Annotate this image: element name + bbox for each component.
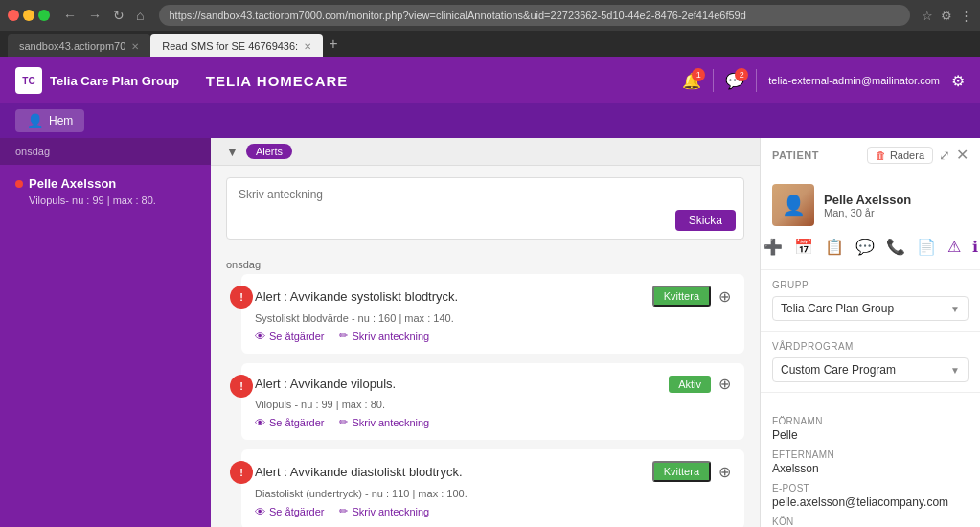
patient-profile: 👤 Pelle Axelsson Man, 30 år bbox=[772, 184, 969, 226]
maximize-window-btn[interactable] bbox=[38, 10, 50, 21]
efternamn-value: Axelsson bbox=[772, 462, 969, 475]
close-panel-btn[interactable]: ✕ bbox=[956, 146, 969, 164]
alert-icon-0: ! bbox=[230, 286, 253, 309]
tab-read-sms[interactable]: Read SMS for SE 46769436: ✕ bbox=[150, 34, 323, 57]
alert-more-btn-0[interactable]: ⊕ bbox=[718, 287, 731, 306]
kvittera-btn-2[interactable]: Kvittera bbox=[652, 461, 711, 482]
right-panel: PATIENT 🗑 Radera ⤢ ✕ 👤 Pel bbox=[760, 138, 980, 527]
alert-item-2: ! Alert : Avvikande diastoliskt blodtryc… bbox=[241, 449, 744, 527]
alert-icon-2: ! bbox=[230, 461, 253, 484]
minimize-window-btn[interactable] bbox=[23, 10, 34, 21]
trash-icon: 🗑 bbox=[876, 149, 886, 161]
group-section: Grupp Telia Care Plan Group ▼ bbox=[761, 270, 980, 332]
patient-name-text: Pelle Axelsson bbox=[29, 176, 116, 191]
patient-avatar: 👤 bbox=[772, 184, 814, 226]
tab-label-sandbox: sandbox43.actiorpm70 bbox=[19, 40, 125, 52]
messages-btn[interactable]: 💬 2 bbox=[725, 72, 744, 90]
eye-icon-2: 👁 bbox=[255, 506, 265, 517]
extensions-icon[interactable]: ⚙ bbox=[941, 9, 952, 23]
list-icon-btn[interactable]: 📋 bbox=[823, 236, 846, 258]
care-label: Vårdprogram bbox=[772, 341, 969, 352]
pencil-icon-1: ✏ bbox=[339, 416, 348, 428]
calendar-icon-btn[interactable]: 📅 bbox=[792, 236, 815, 258]
bookmark-icon[interactable]: ☆ bbox=[922, 9, 933, 23]
phone-icon-btn[interactable]: 📞 bbox=[884, 236, 907, 258]
kon-field: Kön Man ▼ bbox=[772, 516, 969, 527]
patient-full-name: Pelle Axelsson bbox=[824, 193, 911, 207]
alert-more-btn-2[interactable]: ⊕ bbox=[718, 463, 731, 481]
alert-header-0: Alert : Avvikande systoliskt blodtryck. … bbox=[255, 286, 731, 307]
user-email: telia-external-admin@mailinator.com bbox=[768, 75, 940, 86]
new-tab-btn[interactable]: + bbox=[323, 35, 343, 53]
menu-icon[interactable]: ⋮ bbox=[960, 9, 972, 23]
alert-item-0: ! Alert : Avvikande systoliskt blodtryck… bbox=[241, 274, 744, 354]
logo-area: TC Telia Care Plan Group bbox=[15, 67, 179, 94]
forward-btn[interactable]: → bbox=[84, 6, 105, 25]
skriv-anteckning-2[interactable]: ✏ Skriv anteckning bbox=[339, 505, 429, 517]
expand-panel-btn[interactable]: ⤢ bbox=[939, 148, 950, 163]
alert-details-0: Systoliskt blodvärde - nu : 160 | max : … bbox=[255, 312, 731, 324]
patient-list-item[interactable]: Pelle Axelsson Vilopuls- nu : 99 | max :… bbox=[0, 165, 211, 218]
nav-separator bbox=[713, 69, 714, 92]
kvittera-btn-0[interactable]: Kvittera bbox=[652, 286, 711, 307]
alert-icon-1: ! bbox=[230, 375, 253, 398]
care-dropdown[interactable]: Custom Care Program ▼ bbox=[772, 357, 969, 382]
nav-tab-hem[interactable]: 👤 Hem bbox=[15, 109, 84, 132]
tab-close-sms[interactable]: ✕ bbox=[304, 41, 311, 52]
notification-badge: 1 bbox=[692, 68, 705, 81]
home-btn[interactable]: ⌂ bbox=[132, 6, 148, 25]
url-text: https://sandbox43.tactiorpm7000.com/moni… bbox=[169, 10, 745, 21]
skriv-anteckning-0[interactable]: ✏ Skriv anteckning bbox=[339, 330, 429, 342]
info-icon-btn[interactable]: ℹ bbox=[970, 236, 980, 258]
radera-btn[interactable]: 🗑 Radera bbox=[867, 147, 933, 164]
alert-header-2: Alert : Avvikande diastoliskt blodtryck.… bbox=[255, 461, 731, 482]
browser-tabs: sandbox43.actiorpm70 ✕ Read SMS for SE 4… bbox=[0, 31, 980, 57]
alert-details-2: Diastoliskt (undertryck) - nu : 110 | ma… bbox=[255, 488, 731, 499]
annotation-textarea[interactable] bbox=[227, 178, 743, 236]
notifications-btn[interactable]: 🔔 1 bbox=[682, 72, 701, 90]
left-sidebar: onsdag Pelle Axelsson Vilopuls- nu : 99 … bbox=[0, 138, 211, 527]
fornamn-value: Pelle bbox=[772, 428, 969, 442]
close-window-btn[interactable] bbox=[8, 10, 19, 21]
alert-more-btn-1[interactable]: ⊕ bbox=[718, 375, 731, 393]
app-container: TC Telia Care Plan Group TELIA HOMECARE … bbox=[0, 57, 980, 527]
fornamn-label: Förnamn bbox=[772, 416, 969, 426]
alert-title-2: Alert : Avvikande diastoliskt blodtryck. bbox=[255, 465, 463, 479]
form-fields: Förnamn Pelle Efternamn Axelsson E-post … bbox=[761, 408, 980, 527]
document-icon-btn[interactable]: 📄 bbox=[915, 236, 938, 258]
fornamn-field: Förnamn Pelle bbox=[772, 416, 969, 442]
se-atgarder-1[interactable]: 👁 Se åtgärder bbox=[255, 417, 324, 428]
epost-value: pelle.axelsson@teliacompany.com bbox=[772, 495, 969, 509]
group-dropdown[interactable]: Telia Care Plan Group ▼ bbox=[772, 296, 969, 321]
patient-age-gender: Man, 30 år bbox=[824, 207, 911, 218]
skriv-anteckning-1[interactable]: ✏ Skriv anteckning bbox=[339, 416, 429, 428]
send-annotation-btn[interactable]: Skicka bbox=[675, 210, 736, 231]
tab-sandbox[interactable]: sandbox43.actiorpm70 ✕ bbox=[8, 34, 150, 57]
warning-icon-btn[interactable]: ⚠ bbox=[946, 236, 963, 258]
chat-icon-btn[interactable]: 💬 bbox=[854, 236, 877, 258]
patient-action-icons: ➕ 📅 📋 💬 📞 📄 ⚠ ℹ bbox=[772, 236, 969, 258]
alert-badge-row-2: Kvittera ⊕ bbox=[652, 461, 731, 482]
add-patient-icon-btn[interactable]: ➕ bbox=[762, 236, 785, 258]
tab-label-sms: Read SMS for SE 46769436: bbox=[162, 40, 298, 52]
filter-chip-alerts[interactable]: Alerts bbox=[246, 144, 292, 159]
patient-vitals-text: Vilopuls- nu : 99 | max : 80. bbox=[15, 195, 195, 206]
secondary-nav: 👤 Hem bbox=[0, 103, 980, 138]
address-bar[interactable]: https://sandbox43.tactiorpm7000.com/moni… bbox=[159, 5, 910, 26]
reload-btn[interactable]: ↻ bbox=[109, 6, 128, 25]
pencil-icon-2: ✏ bbox=[339, 505, 348, 517]
se-atgarder-2[interactable]: 👁 Se åtgärder bbox=[255, 506, 324, 517]
app-title: TELIA HOMECARE bbox=[206, 73, 671, 89]
care-value: Custom Care Program bbox=[781, 363, 896, 377]
back-btn[interactable]: ← bbox=[59, 6, 80, 25]
alert-badge-row-1: Aktiv ⊕ bbox=[669, 375, 731, 393]
avatar-image: 👤 bbox=[772, 184, 814, 226]
settings-btn[interactable]: ⚙ bbox=[951, 72, 965, 90]
logo-icon: TC bbox=[15, 67, 42, 94]
annotation-input-container: Skicka bbox=[226, 177, 744, 240]
patient-alert-dot bbox=[15, 180, 23, 188]
browser-actions: ☆ ⚙ ⋮ bbox=[922, 9, 972, 23]
alert-details-1: Vilopuls - nu : 99 | max : 80. bbox=[255, 399, 731, 410]
tab-close-sandbox[interactable]: ✕ bbox=[131, 41, 139, 52]
se-atgarder-0[interactable]: 👁 Se åtgärder bbox=[255, 331, 324, 342]
